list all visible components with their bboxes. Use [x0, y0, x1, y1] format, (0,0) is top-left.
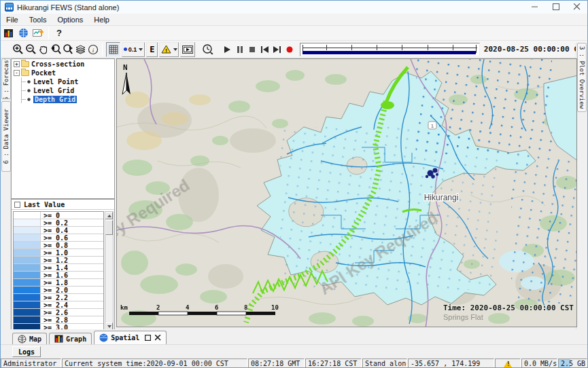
minimize-button[interactable] [525, 1, 545, 13]
grid-display-button[interactable] [106, 42, 120, 57]
legend-swatch [14, 287, 41, 293]
legend-row-label: >= 1.8 [41, 279, 68, 286]
legend-scrollbar[interactable] [105, 211, 114, 331]
close-pane-icon[interactable] [155, 335, 161, 341]
tree-item-label: Level Grid [33, 87, 74, 94]
maximize-button[interactable] [546, 1, 566, 13]
menu-tools[interactable]: Tools [24, 14, 52, 25]
tab-plot-overview[interactable]: 3 : Plot Overview [577, 43, 587, 112]
menu-file[interactable]: File [1, 14, 24, 25]
tab-graph[interactable]: Graph [49, 333, 92, 344]
pan-hand-icon[interactable] [37, 42, 50, 57]
legend-row-label: >= 2.2 [41, 294, 68, 301]
help-button[interactable]: ? [52, 26, 67, 41]
map-viewport[interactable]: API Key Required API Key Required 1 Hiku… [116, 58, 577, 327]
tree-item-depth-grid[interactable]: Depth Grid [22, 95, 114, 103]
collapse-icon[interactable]: - [14, 70, 20, 76]
tree-item-level-point[interactable]: Level Point [22, 77, 114, 86]
legend-row: >= 2.6 [14, 309, 103, 316]
legend-row-label: >= 0 [41, 212, 60, 219]
legend-panel: Last Value >= 0 >= 0.2 >= 0.4 >= 0.6 >= … [11, 199, 115, 332]
legend-row: >= 0.4 [14, 227, 103, 234]
legend-swatch [14, 234, 41, 241]
tab-map[interactable]: Map [12, 333, 47, 344]
legend-row-label: >= 0.8 [41, 242, 68, 249]
main-toolbar: ? [1, 26, 587, 41]
memory-label: 2.5 GB [561, 360, 585, 367]
tab-data-viewer[interactable]: 6 : Data Viewer [1, 101, 11, 172]
tab-forecast[interactable]: 5 : Forecast [1, 58, 11, 99]
legend-swatch [14, 264, 41, 271]
logs-button[interactable]: Logs [12, 346, 41, 357]
tree-item-cross-section[interactable]: + Cross-section [12, 60, 114, 68]
legend-row: >= 2.8 [14, 316, 103, 324]
play-button[interactable] [221, 42, 233, 57]
legend-row: >= 2.4 [14, 301, 103, 309]
spatial-display-icon[interactable] [31, 26, 46, 41]
legend-row: >= 0 [14, 212, 103, 219]
legend-row: >= 0.2 [14, 219, 103, 227]
tree-item-level-grid[interactable]: Level Grid [22, 86, 114, 94]
tab-spatial[interactable]: Spatial [94, 331, 167, 344]
zoom-next-icon[interactable] [62, 42, 74, 57]
status-memory: 2.5 GB [558, 358, 587, 368]
zoom-previous-icon[interactable] [50, 42, 62, 57]
last-value-checkbox[interactable] [14, 202, 20, 208]
zoom-in-icon[interactable] [12, 42, 24, 57]
info-icon[interactable]: i [87, 42, 99, 57]
legend-row-label: >= 1.0 [41, 249, 68, 256]
expand-icon[interactable]: + [14, 61, 20, 67]
skip-forward-button[interactable] [271, 42, 283, 57]
stop-button[interactable] [246, 42, 258, 57]
contour-interval-dropdown[interactable]: 0.1 [122, 42, 145, 57]
status-system-time: Current system time:2020-09-01 00:00 CST [62, 358, 247, 368]
tab-map-label: Map [29, 335, 41, 343]
legend-row-label: >= 0.2 [41, 219, 68, 226]
warning-icon [504, 361, 512, 367]
legend-row: >= 2.0 [14, 287, 103, 294]
explorer-icon[interactable] [1, 26, 16, 41]
menu-help[interactable]: Help [88, 14, 115, 25]
status-mode: Stand alone [362, 358, 407, 368]
menu-options[interactable]: Options [52, 14, 88, 25]
scroll-up-icon[interactable] [105, 212, 113, 219]
window-title: Hikurangi FEWS (Stand alone) [17, 3, 119, 12]
skip-back-button[interactable] [258, 42, 271, 57]
timeline-loaded-range [302, 51, 475, 54]
tree-item-pocket[interactable]: - Pocket [12, 69, 114, 77]
warning-dropdown[interactable]: ! [159, 42, 179, 57]
svg-text:10: 10 [271, 304, 279, 311]
zoom-out-icon[interactable] [24, 42, 37, 57]
timeline-slider[interactable] [300, 43, 479, 56]
profile-button[interactable]: E [146, 42, 158, 57]
legend-swatch [14, 249, 41, 256]
animation-clock-icon[interactable] [202, 42, 214, 57]
layers-icon[interactable] [75, 42, 87, 57]
legend-row: >= 1.2 [14, 257, 103, 264]
tree-item-label: Level Point [33, 78, 78, 86]
legend-row-label: >= 2.8 [41, 316, 68, 323]
legend-swatch [14, 316, 41, 323]
road-shield: 1 [428, 122, 436, 129]
legend-swatch [14, 219, 41, 226]
legend-row-label: >= 2.4 [41, 301, 68, 308]
legend-swatch [14, 257, 41, 263]
toolbar-separator [48, 27, 49, 39]
map-canvas: API Key Required API Key Required 1 Hiku… [117, 59, 577, 327]
tab-forecast-label: 5 : Forecast [3, 58, 10, 99]
close-button[interactable] [567, 1, 587, 13]
animation-button[interactable] [180, 42, 195, 57]
status-warning-cell[interactable] [495, 358, 521, 368]
scrollbar-thumb[interactable] [105, 220, 113, 235]
restore-pane-icon[interactable] [145, 335, 151, 341]
globe-icon[interactable] [16, 26, 31, 41]
legend-row: >= 1.4 [14, 264, 103, 272]
chevron-down-icon [173, 48, 177, 51]
bottom-tab-bar: Map Graph Spatial [1, 329, 587, 344]
chevron-down-icon [139, 48, 143, 51]
bar-chart-icon [54, 335, 63, 343]
record-button[interactable] [283, 42, 296, 57]
pause-button[interactable] [233, 42, 245, 57]
toolbar-separator [102, 43, 103, 56]
tab-graph-label: Graph [66, 335, 86, 343]
